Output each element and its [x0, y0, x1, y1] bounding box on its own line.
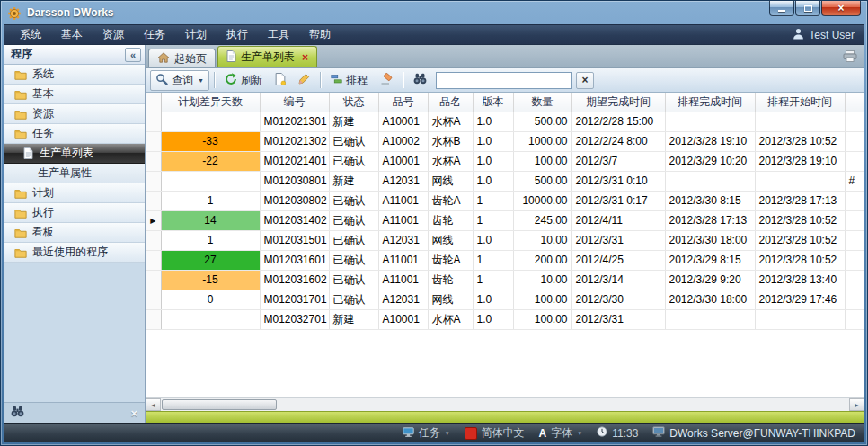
cell-due: 2012/3/31 0:10 [571, 171, 665, 191]
row-indicator [146, 131, 161, 151]
cell-sched_end: 2012/3/30 8:15 [665, 191, 755, 210]
column-header-due[interactable]: 期望完成时间 [571, 93, 665, 112]
tab-production-order-list[interactable]: 生产单列表 × [217, 46, 317, 67]
table-row[interactable]: -15M012031602已确认A11001齿轮110.002012/3/142… [146, 270, 864, 290]
column-header-status[interactable]: 状态 [329, 93, 378, 112]
sidebar-item-recent-programs[interactable]: 最近使用的程序 [4, 243, 145, 263]
column-header-version[interactable]: 版本 [473, 93, 513, 112]
user-icon [793, 28, 804, 42]
table-row[interactable]: M012030801新建A12031网线1.0500.002012/3/31 0… [146, 171, 864, 191]
sidebar-search-clear-icon[interactable]: × [130, 406, 137, 420]
sidebar-item-production-order-list[interactable]: 生产单列表 [4, 144, 145, 164]
menu-item-execute[interactable]: 执行 [217, 24, 258, 45]
menu-item-system[interactable]: 系统 [10, 24, 51, 45]
time-label: 11:33 [612, 427, 638, 440]
printer-icon[interactable] [843, 50, 857, 62]
cell-qty: 245.00 [513, 210, 571, 230]
scrollbar-thumb[interactable] [162, 399, 277, 410]
table-row[interactable]: -33M012021302已确认A10002水杯B1.01000.002012/… [146, 131, 864, 151]
menu-item-resource[interactable]: 资源 [93, 24, 134, 45]
title-bar[interactable]: Darsson DWorks × [4, 1, 864, 24]
task-status-item[interactable]: 任务 ▼ [403, 425, 450, 441]
sidebar-item-task[interactable]: 任务 [4, 124, 145, 144]
column-header-sched_end[interactable]: 排程完成时间 [665, 93, 755, 112]
cell-qty: 10.00 [513, 270, 571, 290]
table-row[interactable]: -22M012021401已确认A10001水杯A1.0100.002012/3… [146, 151, 864, 171]
cell-version: 1.0 [473, 151, 513, 171]
user-info[interactable]: Test User [793, 28, 858, 42]
new-button[interactable] [270, 70, 291, 91]
edit-button[interactable] [293, 70, 315, 90]
cell-diff: 0 [161, 290, 260, 309]
column-header-extra[interactable] [845, 93, 864, 112]
column-header-item_no[interactable]: 品号 [378, 93, 428, 112]
horizontal-scrollbar[interactable]: ◄ ► [146, 397, 864, 411]
table-row[interactable]: ▶14M012031402已确认A11001齿轮1245.002012/4/11… [146, 210, 864, 230]
cell-item_name: 水杯A [428, 151, 473, 171]
cell-sched_end: 2012/3/29 9:20 [665, 270, 755, 290]
clear-plan-button[interactable] [375, 70, 398, 90]
cell-sched_start [755, 309, 845, 329]
sidebar-item-plan[interactable]: 计划 [4, 183, 145, 203]
sidebar-item-resource[interactable]: 资源 [4, 104, 145, 124]
tab-close-icon[interactable]: × [302, 52, 308, 63]
cell-code: M012021301 [260, 112, 329, 131]
scroll-right-button[interactable]: ► [849, 398, 864, 411]
column-header-diff[interactable]: 计划差异天数 [161, 93, 260, 112]
scroll-left-button[interactable]: ◄ [146, 398, 161, 411]
table-row[interactable]: M012032701新建A10001水杯A1.0100.002012/3/31 [146, 309, 864, 329]
menu-bar-items: 系统基本资源任务计划执行工具帮助 [10, 24, 341, 45]
cell-qty: 200.00 [513, 250, 571, 270]
cell-status: 已确认 [329, 270, 378, 290]
maximize-button[interactable] [795, 1, 820, 16]
cell-qty: 10.00 [513, 230, 571, 250]
schedule-label: 排程 [346, 73, 368, 88]
cell-code: M012031701 [260, 290, 329, 309]
binoculars-icon[interactable] [11, 406, 24, 420]
clear-search-button[interactable]: × [576, 72, 594, 89]
ime-icon [465, 427, 477, 440]
collapse-sidebar-button[interactable]: « [125, 48, 141, 62]
tab-home[interactable]: 起始页 [148, 49, 216, 67]
sidebar-item-production-order-props[interactable]: 生产单属性 [4, 164, 145, 183]
column-header-item_name[interactable]: 品名 [428, 93, 473, 112]
menu-item-plan[interactable]: 计划 [175, 24, 217, 45]
cell-code: M012030802 [260, 191, 329, 210]
menu-item-tools[interactable]: 工具 [258, 24, 299, 45]
toolbar-search-input[interactable] [436, 72, 572, 89]
minimize-button[interactable] [769, 1, 794, 16]
close-button[interactable]: × [821, 1, 861, 16]
sidebar-item-system[interactable]: 系统 [4, 65, 145, 85]
cell-diff [161, 112, 260, 131]
table-row[interactable]: 1M012031501已确认A12031网线1.010.002012/3/312… [146, 230, 864, 250]
menu-item-help[interactable]: 帮助 [299, 24, 341, 45]
table-row[interactable]: 27M012031601已确认A11001齿轮A1200.002012/4/25… [146, 250, 864, 270]
cell-due: 2012/2/24 8:00 [571, 131, 665, 151]
table-row[interactable]: 1M012030802已确认A11001齿轮A110000.002012/3/3… [146, 191, 864, 210]
query-button[interactable]: 查询 ▼ [150, 70, 209, 91]
font-item[interactable]: A 字体 ▼ [539, 425, 583, 441]
refresh-button[interactable]: 刷新 [219, 70, 268, 91]
cell-qty: 100.00 [513, 290, 571, 309]
sidebar-item-label: 资源 [32, 106, 54, 121]
schedule-button[interactable]: 排程 [325, 70, 373, 91]
cell-item_no: A11001 [378, 250, 428, 270]
cell-item_name: 齿轮 [428, 270, 473, 290]
menu-item-task[interactable]: 任务 [134, 24, 175, 45]
sidebar-item-execute[interactable]: 执行 [4, 203, 145, 223]
status-bar: 任务 ▼ 简体中文 A 字体 ▼ 11:33 DWorks Server@FUN… [4, 423, 864, 442]
find-button[interactable] [408, 70, 432, 90]
column-header-qty[interactable]: 数量 [513, 93, 571, 112]
sidebar-item-board[interactable]: 看板 [4, 223, 145, 243]
table-row[interactable]: M012021301新建A10001水杯A1.0500.002012/2/28 … [146, 112, 864, 131]
toolbar: 查询 ▼ 刷新 排程 [146, 68, 864, 93]
menu-item-basic[interactable]: 基本 [51, 24, 93, 45]
table-row[interactable]: 0M012031701已确认A12031网线1.0100.002012/3/30… [146, 290, 864, 309]
column-header-sched_start[interactable]: 排程开始时间 [755, 93, 845, 112]
cell-sched_start [755, 171, 845, 191]
ime-item[interactable]: 简体中文 [465, 425, 525, 441]
column-header-code[interactable]: 编号 [260, 93, 329, 112]
sidebar-item-basic[interactable]: 基本 [4, 85, 145, 104]
cell-item_no: A10001 [378, 309, 428, 329]
recent-folder-icon [14, 247, 27, 258]
